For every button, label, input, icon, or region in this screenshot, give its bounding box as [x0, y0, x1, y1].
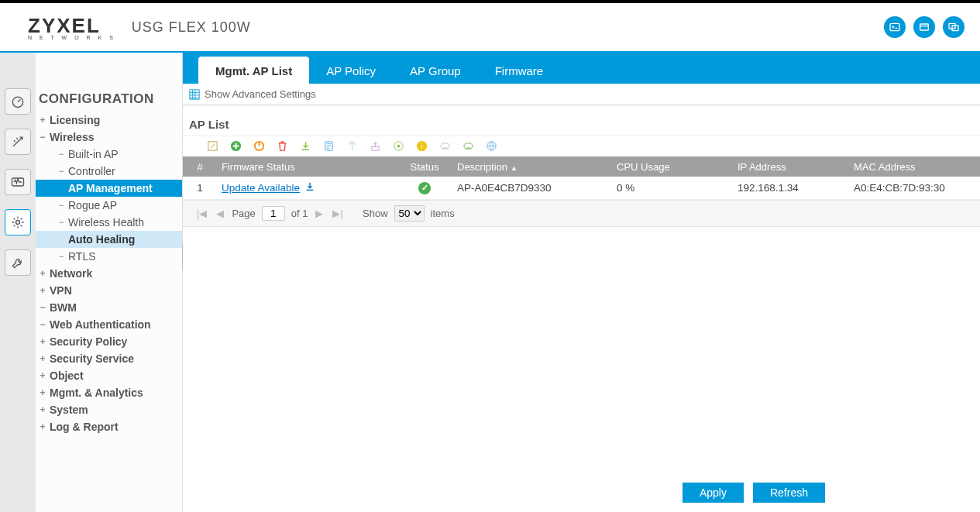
tab-ap-group[interactable]: AP Group [393, 57, 478, 84]
tab-bar: Mgmt. AP ListAP PolicyAP GroupFirmware [183, 53, 980, 84]
nav-item-vpn[interactable]: +VPN [36, 282, 182, 299]
cell-mac: A0:E4:CB:7D:93:30 [851, 182, 980, 194]
nav-item-rogue-ap[interactable]: −Rogue AP [36, 197, 182, 214]
svg-rect-0 [890, 23, 899, 30]
upgrade-icon[interactable] [369, 139, 381, 152]
page-next-icon[interactable]: ▶ [314, 208, 325, 219]
grid-icon [189, 89, 200, 100]
app-header: ZYXEL N E T W O R K S USG FLEX 100W [0, 3, 980, 53]
reboot-icon[interactable] [253, 139, 265, 152]
svg-rect-1 [920, 24, 929, 30]
page-prev-icon[interactable]: ◀ [215, 208, 225, 219]
download-icon [304, 181, 315, 194]
config-icon[interactable] [392, 139, 404, 152]
col-ip-address[interactable]: IP Address [734, 161, 851, 173]
page-label: Page [232, 208, 255, 219]
ap-list-heading: AP List [183, 105, 980, 136]
nav-item-web-authentication[interactable]: −Web Authentication [36, 316, 182, 333]
suppress-off-icon[interactable] [438, 139, 451, 152]
status-ok-icon: ✓ [418, 182, 431, 194]
grid-pager: |◀ ◀ Page of 1 ▶ ▶| Show 50 items [183, 200, 980, 227]
nav-item-network[interactable]: +Network [36, 265, 182, 282]
svg-text:i: i [421, 143, 422, 150]
remove-icon[interactable] [276, 139, 288, 152]
nav-item-rtls[interactable]: −RTLS [36, 248, 182, 265]
nav-item-security-service[interactable]: +Security Service [36, 350, 182, 367]
log-icon[interactable] [322, 139, 335, 152]
advanced-settings-label: Show Advanced Settings [205, 88, 316, 100]
grid-toolbar: i [183, 136, 980, 155]
apply-button[interactable]: Apply [683, 483, 744, 503]
dcs-icon[interactable] [299, 139, 311, 152]
suppress-on-icon[interactable] [462, 139, 474, 152]
nav-item-object[interactable]: +Object [36, 367, 182, 384]
nav-item-licensing[interactable]: +Licensing [36, 112, 182, 129]
grid-header-row: # Firmware Status Status Description▲ CP… [183, 156, 980, 177]
nav-item-bwm[interactable]: −BWM [36, 299, 182, 316]
content-area: ◀ Mgmt. AP ListAP PolicyAP GroupFirmware… [183, 53, 980, 512]
nav-item-security-policy[interactable]: +Security Policy [36, 333, 182, 350]
svg-point-6 [16, 221, 20, 225]
tab-firmware[interactable]: Firmware [478, 57, 561, 84]
col-firmware-status[interactable]: Firmware Status [217, 161, 395, 173]
tab-mgmt-ap-list[interactable]: Mgmt. AP List [198, 57, 309, 84]
firmware-update-link[interactable]: Update Available [222, 181, 315, 194]
nav-item-system[interactable]: +System [36, 401, 182, 418]
nav-section-title: CONFIGURATION [36, 88, 182, 112]
monitor-rail-icon[interactable] [5, 169, 31, 195]
col-status[interactable]: Status [395, 161, 454, 173]
nav-item-wireless[interactable]: −Wireless [36, 129, 182, 146]
wizard-rail-icon[interactable] [5, 129, 31, 155]
product-name: USG FLEX 100W [132, 19, 251, 36]
col-mac-address[interactable]: MAC Address [851, 161, 980, 173]
page-size-select[interactable]: 50 [394, 205, 425, 222]
nav-item-built-in-ap[interactable]: −Built-in AP [36, 146, 182, 163]
info-icon[interactable]: i [415, 139, 428, 152]
cell-cpu: 0 % [614, 182, 734, 194]
nav-item-wireless-health[interactable]: −Wireless Health [36, 214, 182, 231]
site-map-icon[interactable] [943, 16, 965, 38]
advanced-settings-toggle[interactable]: Show Advanced Settings [183, 84, 980, 105]
col-cpu-usage[interactable]: CPU Usage [614, 161, 734, 173]
table-row[interactable]: 1Update Available ✓AP-A0E4CB7D93300 %192… [183, 177, 980, 200]
maintenance-rail-icon[interactable] [5, 249, 31, 276]
page-first-icon[interactable]: |◀ [195, 208, 208, 219]
configuration-rail-icon[interactable] [5, 209, 31, 235]
cell-description: AP-A0E4CB7D9330 [454, 182, 614, 194]
page-of-label: of 1 [291, 208, 308, 219]
add-icon[interactable] [229, 139, 242, 152]
nav-item-log-report[interactable]: +Log & Report [36, 418, 182, 435]
sort-asc-icon: ▲ [511, 164, 518, 172]
tab-ap-policy[interactable]: AP Policy [309, 57, 393, 84]
edit-icon[interactable] [206, 139, 218, 152]
col-description[interactable]: Description▲ [454, 161, 614, 173]
cli-console-icon[interactable] [884, 16, 906, 38]
nav-item-mgmt-analytics[interactable]: +Mgmt. & Analytics [36, 384, 182, 401]
show-label: Show [363, 208, 388, 219]
cell-ip: 192.168.1.34 [734, 182, 851, 194]
col-number[interactable]: # [183, 161, 217, 173]
page-input[interactable] [262, 206, 285, 221]
cell-number: 1 [183, 182, 217, 194]
refresh-button[interactable]: Refresh [753, 483, 825, 503]
nav-item-controller[interactable]: −Controller [36, 163, 182, 180]
brand-subtext: N E T W O R K S [28, 35, 116, 40]
nav-item-auto-healing[interactable]: Auto Healing [36, 231, 182, 248]
side-nav: CONFIGURATION +Licensing−Wireless−Built-… [36, 53, 183, 512]
antenna-icon[interactable] [346, 139, 358, 152]
reference-icon[interactable] [913, 16, 935, 38]
dashboard-rail-icon[interactable] [5, 88, 31, 115]
nav-item-ap-management[interactable]: AP Management [36, 180, 182, 197]
left-icon-rail [0, 53, 36, 512]
svg-point-14 [397, 144, 400, 147]
items-label: items [431, 208, 455, 219]
page-last-icon[interactable]: ▶| [331, 208, 344, 219]
svg-rect-12 [371, 146, 378, 150]
brand-logo: ZYXEL N E T W O R K S [28, 14, 116, 40]
globe-icon[interactable] [485, 139, 497, 152]
